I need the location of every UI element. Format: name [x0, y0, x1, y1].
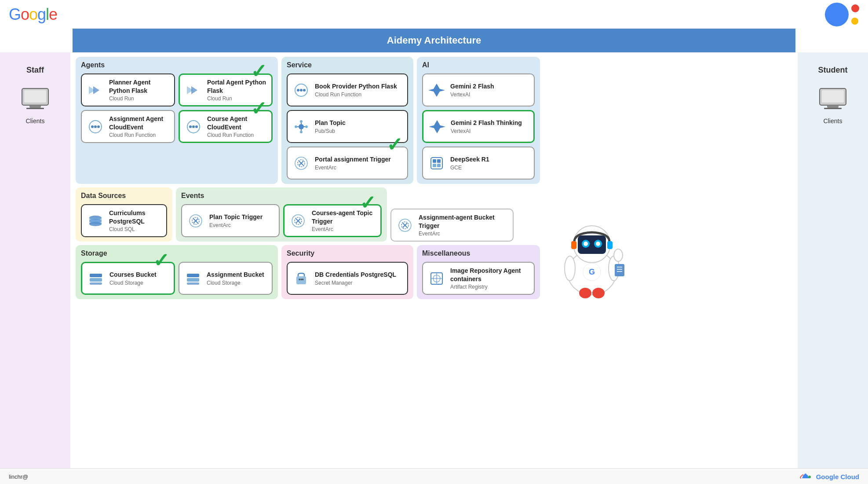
- portal-trigger-title: Portal assignment Trigger: [315, 155, 403, 163]
- svg-rect-58: [90, 282, 102, 285]
- svg-rect-60: [187, 278, 199, 282]
- gemini-flash-title: Gemini 2 Flash: [450, 82, 529, 90]
- plan-topic-title: Plan Topic: [315, 119, 403, 127]
- svg-rect-59: [187, 274, 199, 277]
- service-title: Service: [287, 61, 408, 69]
- svg-rect-2: [29, 105, 41, 108]
- courses-bucket-title: Courses Bucket: [109, 271, 169, 279]
- portal-trigger-icon: [292, 154, 310, 172]
- cloudsql-icon: [86, 212, 105, 230]
- agents-section: Agents Planner Agent Python Flask Clou: [76, 57, 278, 184]
- double-arrow-icon: [86, 81, 105, 99]
- svg-rect-1: [24, 90, 46, 103]
- svg-text:G: G: [589, 268, 595, 276]
- svg-rect-56: [90, 274, 102, 277]
- footer-user: linchr@: [9, 473, 28, 480]
- assistant-icon: [825, 3, 859, 26]
- sidebar-left: Staff Clients: [0, 52, 70, 468]
- svg-point-83: [592, 288, 605, 298]
- svg-point-11: [97, 125, 100, 128]
- svg-point-28: [305, 125, 308, 128]
- svg-rect-76: [607, 241, 613, 249]
- events-section: Events Plan Topic: [176, 187, 387, 242]
- service-section: Service Book Provi: [281, 57, 413, 184]
- db-credentials-card: *** DB Credentials PostgreSQL Secret Man…: [287, 262, 408, 295]
- courses-trigger-sub: EventArc: [312, 226, 376, 232]
- misc-section: Miscellaneous Image Repository Agent con…: [417, 245, 540, 299]
- gemini-thinking-title: Gemini 2 Flash Thinking: [451, 119, 529, 127]
- google-cloud-logo: Google Cloud: [799, 471, 859, 483]
- course-agent-card: Course Agent CloudEvent Cloud Run Functi…: [179, 110, 273, 143]
- courses-bucket-checkmark: ✓: [153, 251, 169, 270]
- gemini-thinking-sub: VertexAI: [451, 128, 529, 134]
- gemini-flash-card: Gemini 2 Flash VertexAI: [422, 73, 535, 106]
- svg-rect-38: [433, 164, 436, 167]
- portal-trigger-checkmark: ✓: [387, 135, 403, 154]
- portal-trigger-sub: EventArc: [315, 165, 403, 171]
- google-cloud-text: Google Cloud: [816, 473, 859, 480]
- google-cloud-icon: [799, 471, 813, 483]
- title-bar: Aidemy Architecture: [73, 29, 795, 52]
- artifact-registry-icon: [427, 269, 446, 288]
- plan-topic-sub: Pub/Sub: [315, 128, 403, 134]
- svg-point-73: [584, 242, 588, 246]
- plan-topic-trigger-card: Plan Topic Trigger EventArc: [181, 204, 280, 237]
- security-title: Security: [287, 249, 408, 257]
- svg-point-10: [94, 125, 97, 128]
- course-agent-sub: Cloud Run Function: [207, 132, 267, 138]
- portal-agent-checkmark: ✓: [251, 62, 267, 81]
- events-title: Events: [181, 192, 382, 200]
- agents-title: Agents: [81, 61, 273, 69]
- portal-arrow-icon: [184, 81, 203, 99]
- svg-point-13: [189, 125, 192, 128]
- portal-assignment-trigger-card: Portal assignment Trigger EventArc ✓: [287, 147, 408, 180]
- gemini-thinking-card: Gemini 2 Flash Thinking VertexAI: [422, 110, 535, 143]
- svg-point-43: [89, 219, 102, 223]
- main-content: Agents Planner Agent Python Flask Clou: [70, 52, 798, 468]
- db-credentials-sub: Secret Manager: [315, 280, 403, 286]
- svg-rect-84: [615, 264, 624, 276]
- svg-point-14: [192, 125, 195, 128]
- svg-point-15: [195, 125, 198, 128]
- footer: linchr@ Google Cloud: [0, 468, 868, 484]
- ai-title: AI: [422, 61, 535, 69]
- top-bar: Google: [0, 0, 868, 29]
- svg-rect-39: [437, 164, 441, 167]
- assignment-bucket-trigger-card: Assignment-agent Bucket Trigger EventArc: [390, 209, 514, 242]
- image-repo-sub: Artifact Registry: [450, 284, 529, 290]
- datasources-title: Data Sources: [81, 192, 167, 200]
- svg-rect-37: [437, 159, 441, 163]
- svg-rect-90: [827, 105, 839, 108]
- assignment-trigger-title: Assignment-agent Bucket Trigger: [419, 213, 508, 229]
- image-repo-title: Image Repository Agent containers: [450, 267, 529, 282]
- svg-rect-61: [187, 282, 199, 285]
- svg-rect-3: [26, 108, 44, 109]
- gemini-thinking-icon: [428, 117, 446, 136]
- svg-marker-34: [429, 120, 445, 133]
- deepseek-title: DeepSeek R1: [450, 155, 529, 163]
- assistant-red-dot: [851, 4, 859, 12]
- curriculums-title: Curriculums PostgreSQL: [109, 209, 162, 225]
- svg-marker-7: [191, 86, 197, 94]
- courses-trigger-checkmark: ✓: [360, 193, 376, 213]
- plan-trigger-title: Plan Topic Trigger: [209, 213, 274, 221]
- assignment-trigger-icon: [396, 216, 414, 235]
- ai-section: AI Gemini 2 Flash VertexAI: [417, 57, 540, 184]
- svg-point-92: [808, 476, 811, 478]
- svg-rect-75: [571, 241, 576, 249]
- planner-agent-card: Planner Agent Python Flask Cloud Run: [81, 73, 175, 106]
- course-cloudevent-icon: [184, 117, 203, 136]
- student-client-icon: [817, 86, 848, 110]
- security-section: Security *** DB Credentials PostgreSQL S…: [281, 245, 413, 299]
- book-provider-icon: [292, 81, 310, 99]
- extra-events-area: Assignment-agent Bucket Trigger EventArc: [390, 187, 514, 242]
- book-provider-title: Book Provider Python Flask: [315, 82, 403, 90]
- image-repository-card: Image Repository Agent containers Artifa…: [422, 262, 535, 295]
- svg-point-82: [579, 288, 591, 298]
- pubsub-icon: [292, 117, 310, 136]
- deepseek-sub: GCE: [450, 165, 529, 171]
- planner-agent-title: Planner Agent Python Flask: [109, 78, 170, 94]
- svg-rect-91: [824, 108, 842, 109]
- curriculums-card: Curriculums PostgreSQL Cloud SQL: [81, 204, 167, 237]
- assignment-bucket-title: Assignment Bucket: [207, 271, 267, 279]
